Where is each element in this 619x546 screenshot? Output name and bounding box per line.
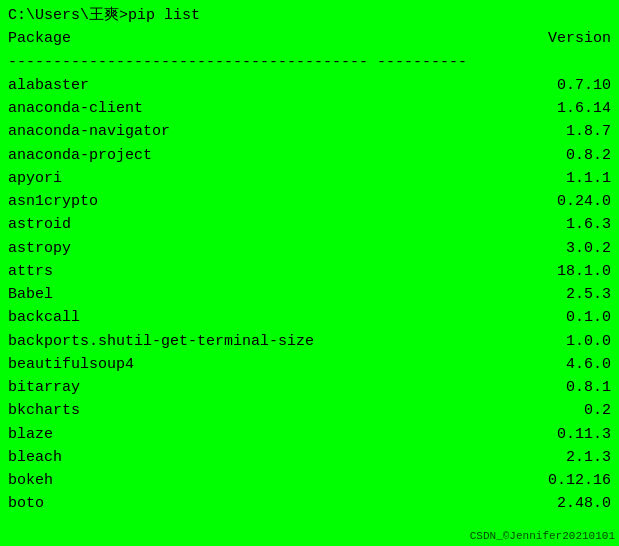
version-header: Version: [548, 27, 611, 50]
package-version: 0.1.0: [566, 306, 611, 329]
package-version: 0.24.0: [557, 190, 611, 213]
package-name: bitarray: [8, 376, 80, 399]
column-header: Package Version: [8, 27, 611, 50]
package-name: Babel: [8, 283, 53, 306]
package-row: bkcharts0.2: [8, 399, 611, 422]
package-name: astroid: [8, 213, 71, 236]
package-version: 1.8.7: [566, 120, 611, 143]
package-name: anaconda-project: [8, 144, 152, 167]
package-row: anaconda-navigator1.8.7: [8, 120, 611, 143]
watermark: CSDN_©Jennifer20210101: [470, 530, 615, 542]
package-version: 1.6.14: [557, 97, 611, 120]
package-row: beautifulsoup44.6.0: [8, 353, 611, 376]
package-version: 4.6.0: [566, 353, 611, 376]
package-version: 3.0.2: [566, 237, 611, 260]
package-version: 1.1.1: [566, 167, 611, 190]
package-version: 0.11.3: [557, 423, 611, 446]
package-version: 0.12.16: [548, 469, 611, 492]
package-row: bokeh0.12.16: [8, 469, 611, 492]
package-name: anaconda-client: [8, 97, 143, 120]
package-name: apyori: [8, 167, 62, 190]
package-version: 0.7.10: [557, 74, 611, 97]
package-row: bitarray0.8.1: [8, 376, 611, 399]
package-header: Package: [8, 27, 71, 50]
package-name: backports.shutil-get-terminal-size: [8, 330, 314, 353]
package-version: 18.1.0: [557, 260, 611, 283]
package-row: anaconda-client1.6.14: [8, 97, 611, 120]
prompt-line: C:\Users\王爽>pip list: [8, 4, 611, 27]
package-row: bleach2.1.3: [8, 446, 611, 469]
package-version: 2.48.0: [557, 492, 611, 515]
package-name: bleach: [8, 446, 62, 469]
package-name: attrs: [8, 260, 53, 283]
package-row: astropy3.0.2: [8, 237, 611, 260]
package-version: 1.6.3: [566, 213, 611, 236]
package-row: Babel2.5.3: [8, 283, 611, 306]
package-row: anaconda-project0.8.2: [8, 144, 611, 167]
package-list: alabaster0.7.10anaconda-client1.6.14anac…: [8, 74, 611, 516]
package-name: backcall: [8, 306, 80, 329]
package-row: backports.shutil-get-terminal-size1.0.0: [8, 330, 611, 353]
terminal-window: C:\Users\王爽>pip list Package Version ---…: [0, 0, 619, 546]
package-version: 2.1.3: [566, 446, 611, 469]
package-version: 0.2: [584, 399, 611, 422]
package-name: bokeh: [8, 469, 53, 492]
package-version: 2.5.3: [566, 283, 611, 306]
package-name: beautifulsoup4: [8, 353, 134, 376]
separator-line: ----------------------------------------…: [8, 51, 611, 74]
package-name: asn1crypto: [8, 190, 98, 213]
package-name: astropy: [8, 237, 71, 260]
package-row: astroid1.6.3: [8, 213, 611, 236]
package-row: backcall0.1.0: [8, 306, 611, 329]
package-name: alabaster: [8, 74, 89, 97]
package-name: bkcharts: [8, 399, 80, 422]
package-row: boto2.48.0: [8, 492, 611, 515]
package-name: boto: [8, 492, 44, 515]
package-row: blaze0.11.3: [8, 423, 611, 446]
package-row: alabaster0.7.10: [8, 74, 611, 97]
package-version: 0.8.1: [566, 376, 611, 399]
package-row: apyori1.1.1: [8, 167, 611, 190]
package-name: anaconda-navigator: [8, 120, 170, 143]
package-row: asn1crypto0.24.0: [8, 190, 611, 213]
package-version: 0.8.2: [566, 144, 611, 167]
package-row: attrs18.1.0: [8, 260, 611, 283]
package-version: 1.0.0: [566, 330, 611, 353]
package-name: blaze: [8, 423, 53, 446]
